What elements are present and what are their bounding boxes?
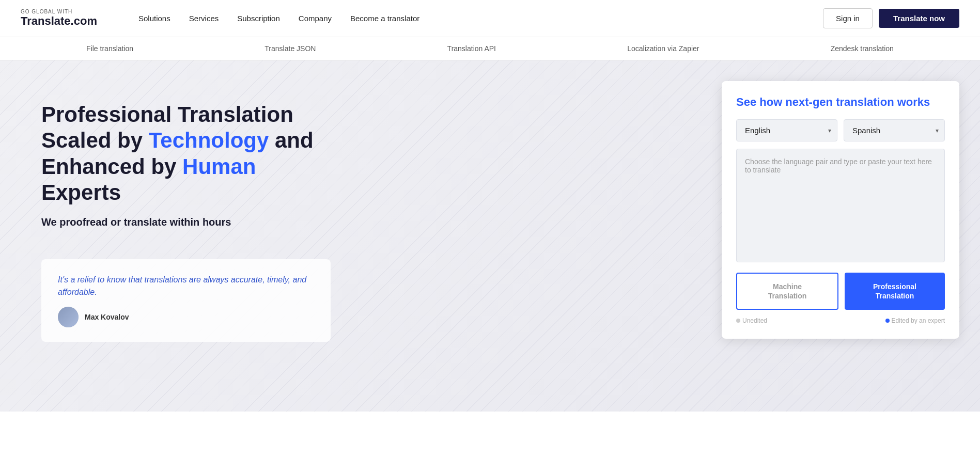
hero-title: Professional Translation Scaled by Techn… [41,102,341,206]
header: GO GLOBAL WITH Translate.com Solutions S… [0,0,980,37]
hero-section: Professional Translation Scaled by Techn… [0,60,980,412]
logo-tagline: GO GLOBAL WITH [21,9,114,14]
sub-nav-translate-json[interactable]: Translate JSON [265,44,316,53]
hero-right: See how next-gen translation works Engli… [711,60,980,412]
unedited-label: Unedited [742,317,767,324]
footer-edited: Edited by an expert [885,317,945,324]
signin-button[interactable]: Sign in [823,8,873,28]
logo-main: Translate.com [21,14,114,28]
testimonial-box: It's a relief to know that translations … [41,259,331,342]
hero-subtitle: We proofread or translate within hours [41,216,680,228]
professional-translation-label: ProfessionalTranslation [873,282,916,300]
main-nav: Solutions Services Subscription Company … [138,14,823,23]
translation-widget: See how next-gen translation works Engli… [722,81,959,339]
translation-input[interactable] [736,149,945,262]
language-selectors: English French German Italian Portuguese… [736,119,945,141]
nav-solutions[interactable]: Solutions [138,14,170,23]
logo-name: Translate [21,14,71,27]
avatar [58,307,79,327]
source-lang-wrapper: English French German Italian Portuguese… [736,119,837,141]
footer-unedited: Unedited [736,317,767,324]
nav-become-translator[interactable]: Become a translator [350,14,419,23]
hero-title-highlight1: Technology [149,128,269,152]
sub-nav-translation-api[interactable]: Translation API [447,44,496,53]
hero-title-part6: Experts [41,180,121,204]
source-language-select[interactable]: English French German Italian Portuguese [736,119,837,141]
logo-area: GO GLOBAL WITH Translate.com [21,9,114,28]
machine-translation-label: MachineTranslation [768,282,807,300]
sub-nav-localization-zapier[interactable]: Localization via Zapier [627,44,699,53]
testimonial-author: Max Kovalov [58,307,314,327]
machine-translation-button[interactable]: MachineTranslation [736,273,838,310]
testimonial-text: It's a relief to know that translations … [58,274,314,298]
sub-nav: File translation Translate JSON Translat… [0,37,980,60]
hero-title-part1: Professional Translation [41,102,293,127]
author-name: Max Kovalov [85,313,129,321]
hero-title-highlight2: Human [182,154,256,179]
sub-nav-file-translation[interactable]: File translation [86,44,133,53]
translation-type-buttons: MachineTranslation ProfessionalTranslati… [736,273,945,310]
hero-title-part3: and [269,128,313,152]
edited-dot-icon [885,319,890,323]
header-actions: Sign in Translate now [823,8,959,28]
avatar-image [58,307,79,327]
unedited-dot-icon [736,319,740,323]
nav-subscription[interactable]: Subscription [237,14,280,23]
widget-title: See how next-gen translation works [736,96,945,109]
hero-left: Professional Translation Scaled by Techn… [0,60,711,412]
edited-label: Edited by an expert [892,317,945,324]
hero-title-part4: Enhanced by [41,154,182,179]
nav-company[interactable]: Company [299,14,332,23]
sub-nav-zendesk-translation[interactable]: Zendesk translation [831,44,894,53]
nav-services[interactable]: Services [189,14,219,23]
target-language-select[interactable]: Spanish French German Italian Portuguese [844,119,945,141]
widget-footer: Unedited Edited by an expert [736,317,945,324]
target-lang-wrapper: Spanish French German Italian Portuguese… [844,119,945,141]
professional-translation-button[interactable]: ProfessionalTranslation [845,273,945,310]
hero-title-part2: Scaled by [41,128,149,152]
logo-com: com [74,14,97,27]
translate-now-button[interactable]: Translate now [879,9,959,28]
